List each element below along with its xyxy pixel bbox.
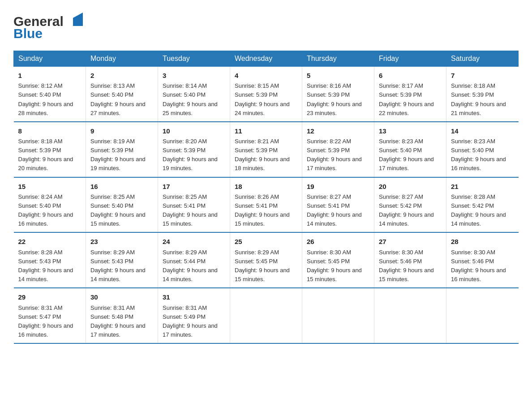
day-info: Sunrise: 8:23 AMSunset: 5:40 PMDaylight:… (451, 137, 514, 173)
day-info: Sunrise: 8:29 AMSunset: 5:43 PMDaylight:… (90, 248, 153, 284)
day-info: Sunrise: 8:21 AMSunset: 5:39 PMDaylight:… (235, 137, 297, 173)
header-wednesday: Wednesday (230, 51, 302, 67)
day-info: Sunrise: 8:29 AMSunset: 5:44 PMDaylight:… (163, 248, 225, 284)
day-number: 29 (18, 292, 82, 302)
calendar-week-row: 1Sunrise: 8:12 AMSunset: 5:40 PMDaylight… (14, 67, 519, 122)
day-number: 23 (90, 236, 153, 247)
day-number: 28 (451, 236, 514, 247)
calendar-cell: 6Sunrise: 8:17 AMSunset: 5:39 PMDaylight… (374, 67, 446, 122)
calendar-week-row: 22Sunrise: 8:28 AMSunset: 5:43 PMDayligh… (14, 232, 519, 288)
calendar-cell: 7Sunrise: 8:18 AMSunset: 5:39 PMDaylight… (446, 67, 519, 122)
day-info: Sunrise: 8:16 AMSunset: 5:39 PMDaylight:… (307, 81, 369, 118)
calendar-cell: 15Sunrise: 8:24 AMSunset: 5:40 PMDayligh… (14, 177, 86, 233)
header-thursday: Thursday (302, 51, 374, 67)
calendar-cell: 3Sunrise: 8:14 AMSunset: 5:40 PMDaylight… (158, 67, 230, 122)
day-number: 31 (163, 292, 225, 302)
logo: General Blue (13, 9, 83, 43)
calendar-cell: 2Sunrise: 8:13 AMSunset: 5:40 PMDaylight… (86, 67, 158, 122)
day-info: Sunrise: 8:13 AMSunset: 5:40 PMDaylight:… (90, 81, 153, 118)
calendar-cell: 1Sunrise: 8:12 AMSunset: 5:40 PMDaylight… (14, 67, 86, 122)
day-number: 6 (379, 70, 442, 81)
calendar-cell: 27Sunrise: 8:30 AMSunset: 5:46 PMDayligh… (374, 232, 446, 288)
calendar-cell: 21Sunrise: 8:28 AMSunset: 5:42 PMDayligh… (446, 177, 519, 233)
day-number: 22 (18, 236, 82, 247)
calendar-cell: 9Sunrise: 8:19 AMSunset: 5:39 PMDaylight… (86, 122, 158, 177)
day-number: 21 (451, 181, 514, 192)
calendar-header-row: SundayMondayTuesdayWednesdayThursdayFrid… (14, 51, 519, 67)
day-number: 26 (307, 236, 369, 247)
calendar-cell: 20Sunrise: 8:27 AMSunset: 5:42 PMDayligh… (374, 177, 446, 233)
calendar-week-row: 8Sunrise: 8:18 AMSunset: 5:39 PMDaylight… (14, 122, 519, 177)
day-info: Sunrise: 8:26 AMSunset: 5:41 PMDaylight:… (235, 193, 297, 229)
calendar-cell: 5Sunrise: 8:16 AMSunset: 5:39 PMDaylight… (302, 67, 374, 122)
day-number: 2 (90, 70, 153, 81)
day-info: Sunrise: 8:30 AMSunset: 5:46 PMDaylight:… (451, 248, 514, 284)
day-info: Sunrise: 8:25 AMSunset: 5:41 PMDaylight:… (163, 193, 225, 229)
day-number: 3 (163, 70, 225, 81)
calendar-cell: 14Sunrise: 8:23 AMSunset: 5:40 PMDayligh… (446, 122, 519, 177)
day-number: 8 (18, 126, 82, 136)
page-header: General Blue (13, 9, 519, 43)
calendar-cell (302, 288, 374, 343)
day-info: Sunrise: 8:27 AMSunset: 5:41 PMDaylight:… (307, 193, 369, 229)
day-info: Sunrise: 8:15 AMSunset: 5:39 PMDaylight:… (235, 81, 297, 118)
day-number: 13 (379, 126, 442, 136)
day-info: Sunrise: 8:31 AMSunset: 5:48 PMDaylight:… (90, 304, 153, 340)
day-info: Sunrise: 8:18 AMSunset: 5:39 PMDaylight:… (18, 137, 82, 173)
calendar-cell: 13Sunrise: 8:23 AMSunset: 5:40 PMDayligh… (374, 122, 446, 177)
day-info: Sunrise: 8:24 AMSunset: 5:40 PMDaylight:… (18, 193, 82, 229)
day-number: 12 (307, 126, 369, 136)
calendar-cell: 23Sunrise: 8:29 AMSunset: 5:43 PMDayligh… (86, 232, 158, 288)
calendar-cell (230, 288, 302, 343)
day-number: 16 (90, 181, 153, 192)
calendar-cell: 25Sunrise: 8:29 AMSunset: 5:45 PMDayligh… (230, 232, 302, 288)
calendar-cell: 12Sunrise: 8:22 AMSunset: 5:39 PMDayligh… (302, 122, 374, 177)
day-info: Sunrise: 8:27 AMSunset: 5:42 PMDaylight:… (379, 193, 442, 229)
day-number: 10 (163, 126, 225, 136)
day-number: 25 (235, 236, 297, 247)
day-info: Sunrise: 8:17 AMSunset: 5:39 PMDaylight:… (379, 81, 442, 118)
calendar-cell: 24Sunrise: 8:29 AMSunset: 5:44 PMDayligh… (158, 232, 230, 288)
day-number: 9 (90, 126, 153, 136)
day-number: 15 (18, 181, 82, 192)
day-info: Sunrise: 8:18 AMSunset: 5:39 PMDaylight:… (451, 81, 514, 118)
calendar-cell (374, 288, 446, 343)
header-saturday: Saturday (446, 51, 519, 67)
logo-svg: General Blue (13, 9, 83, 43)
header-monday: Monday (86, 51, 158, 67)
day-info: Sunrise: 8:31 AMSunset: 5:47 PMDaylight:… (18, 304, 82, 340)
calendar-cell: 16Sunrise: 8:25 AMSunset: 5:40 PMDayligh… (86, 177, 158, 233)
day-info: Sunrise: 8:25 AMSunset: 5:40 PMDaylight:… (90, 193, 153, 229)
calendar-week-row: 15Sunrise: 8:24 AMSunset: 5:40 PMDayligh… (14, 177, 519, 233)
calendar-cell: 4Sunrise: 8:15 AMSunset: 5:39 PMDaylight… (230, 67, 302, 122)
day-info: Sunrise: 8:19 AMSunset: 5:39 PMDaylight:… (90, 137, 153, 173)
day-number: 4 (235, 70, 297, 81)
calendar-cell: 30Sunrise: 8:31 AMSunset: 5:48 PMDayligh… (86, 288, 158, 343)
calendar-cell: 29Sunrise: 8:31 AMSunset: 5:47 PMDayligh… (14, 288, 86, 343)
day-number: 27 (379, 236, 442, 247)
day-info: Sunrise: 8:22 AMSunset: 5:39 PMDaylight:… (307, 137, 369, 173)
svg-text:Blue: Blue (13, 26, 43, 41)
calendar-cell: 19Sunrise: 8:27 AMSunset: 5:41 PMDayligh… (302, 177, 374, 233)
calendar-cell: 8Sunrise: 8:18 AMSunset: 5:39 PMDaylight… (14, 122, 86, 177)
calendar-cell: 28Sunrise: 8:30 AMSunset: 5:46 PMDayligh… (446, 232, 519, 288)
calendar-cell (446, 288, 519, 343)
header-sunday: Sunday (14, 51, 86, 67)
calendar-cell: 31Sunrise: 8:31 AMSunset: 5:49 PMDayligh… (158, 288, 230, 343)
day-info: Sunrise: 8:14 AMSunset: 5:40 PMDaylight:… (163, 81, 225, 118)
day-info: Sunrise: 8:29 AMSunset: 5:45 PMDaylight:… (235, 248, 297, 284)
header-tuesday: Tuesday (158, 51, 230, 67)
calendar-cell: 11Sunrise: 8:21 AMSunset: 5:39 PMDayligh… (230, 122, 302, 177)
day-number: 1 (18, 70, 82, 81)
day-number: 11 (235, 126, 297, 136)
day-number: 30 (90, 292, 153, 302)
day-info: Sunrise: 8:12 AMSunset: 5:40 PMDaylight:… (18, 81, 82, 118)
day-info: Sunrise: 8:23 AMSunset: 5:40 PMDaylight:… (379, 137, 442, 173)
day-info: Sunrise: 8:28 AMSunset: 5:43 PMDaylight:… (18, 248, 82, 284)
day-number: 7 (451, 70, 514, 81)
calendar-cell: 22Sunrise: 8:28 AMSunset: 5:43 PMDayligh… (14, 232, 86, 288)
calendar-week-row: 29Sunrise: 8:31 AMSunset: 5:47 PMDayligh… (14, 288, 519, 343)
day-number: 5 (307, 70, 369, 81)
day-number: 20 (379, 181, 442, 192)
day-number: 17 (163, 181, 225, 192)
